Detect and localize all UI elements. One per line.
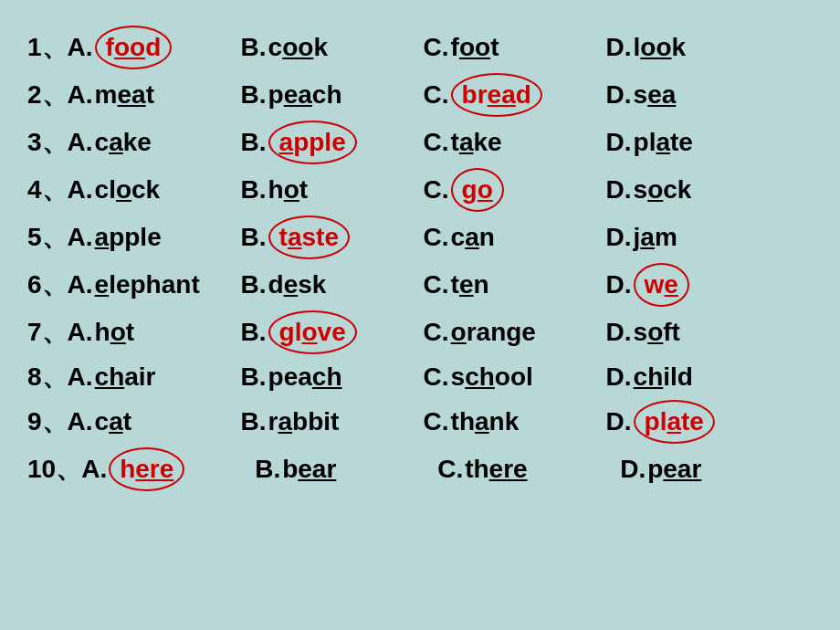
answer-option: D.plate (606, 400, 766, 444)
word: hot (95, 313, 135, 352)
word: cake (95, 123, 152, 162)
answer-option: A.chair (68, 358, 241, 396)
option-label: C. (424, 403, 449, 441)
row-number: 8、 (27, 358, 68, 396)
word: child (634, 358, 693, 396)
word: jam (634, 218, 677, 257)
word: meat (95, 76, 154, 114)
option-label: D. (606, 218, 632, 257)
answer-option: C.ten (424, 266, 606, 304)
question-row-2: 2、A.meatB.peachC.breadD.sea (27, 73, 813, 117)
answer-option: A.clock (68, 171, 241, 209)
word: thank (451, 403, 520, 441)
word: can (451, 218, 495, 257)
answer-option: C.bread (424, 73, 606, 117)
option-label: A. (81, 450, 107, 488)
word: orange (451, 313, 536, 352)
answer-option: D.soft (606, 313, 766, 352)
answer-option: B.glove (241, 310, 424, 354)
option-label: C. (437, 450, 463, 488)
option-label: A. (68, 403, 93, 441)
word: soft (634, 313, 680, 352)
answer-option: B.peach (241, 358, 424, 396)
answer-option: C.there (437, 450, 620, 488)
option-label: C. (424, 171, 449, 209)
option-label: A. (68, 266, 93, 304)
questions-container: 1、A.foodB.cookC.footD.look2、A.meatB.peac… (27, 26, 813, 491)
circled-word: bread (451, 73, 542, 117)
option-label: D. (620, 450, 646, 488)
circled-word: glove (268, 310, 357, 354)
option-label: A. (68, 313, 93, 352)
option-label: C. (424, 266, 449, 304)
row-number: 10、 (27, 450, 81, 488)
answer-option: B.peach (241, 76, 424, 114)
answer-option: C.orange (424, 313, 606, 352)
option-label: C. (424, 358, 449, 396)
answer-option: A.apple (68, 218, 241, 257)
word: plate (634, 123, 693, 162)
word: peach (268, 358, 342, 396)
option-label: B. (241, 266, 267, 304)
circled-word: food (95, 26, 173, 69)
question-row-3: 3、A.cakeB.appleC.takeD.plate (27, 121, 813, 164)
answer-option: D.sock (606, 171, 766, 209)
option-label: C. (424, 76, 449, 114)
word: sock (634, 171, 692, 209)
word: clock (95, 171, 161, 209)
option-label: A. (68, 358, 93, 396)
option-label: B. (241, 76, 267, 114)
word: foot (451, 28, 499, 67)
answer-option: B.rabbit (241, 403, 424, 441)
answer-option: A.elephant (68, 266, 241, 304)
answer-option: C.take (424, 123, 606, 162)
word: desk (268, 266, 327, 304)
answer-option: D.plate (606, 123, 766, 162)
word: bear (282, 450, 336, 488)
answer-option: A.here (81, 447, 255, 491)
answer-option: D.child (606, 358, 766, 396)
word: ten (451, 266, 489, 304)
word: sea (634, 76, 677, 114)
option-label: C. (424, 313, 449, 352)
answer-option: D.we (606, 263, 766, 307)
row-number: 2、 (27, 76, 68, 114)
answer-option: B.taste (241, 215, 424, 259)
answer-option: D.pear (620, 450, 780, 488)
question-row-9: 9、A.catB.rabbitC.thankD.plate (27, 400, 813, 444)
word: hot (268, 171, 309, 209)
word: cat (95, 403, 131, 441)
main-container: 1、A.foodB.cookC.footD.look2、A.meatB.peac… (0, 0, 840, 511)
option-label: B. (241, 403, 267, 441)
question-row-4: 4、A.clockB.hotC.goD.sock (27, 168, 813, 212)
answer-option: B.bear (255, 450, 437, 488)
option-label: B. (241, 313, 267, 352)
question-row-7: 7、A.hotB.gloveC.orangeD.soft (27, 310, 813, 354)
option-label: B. (241, 358, 267, 396)
option-label: C. (424, 123, 449, 162)
circled-word: here (109, 447, 184, 491)
row-number: 1、 (27, 28, 68, 67)
option-label: D. (606, 266, 632, 304)
row-number: 7、 (27, 313, 68, 352)
word: chair (95, 358, 156, 396)
option-label: B. (241, 123, 267, 162)
answer-option: B.apple (241, 121, 424, 164)
word: peach (268, 76, 342, 114)
answer-option: A.hot (68, 313, 241, 352)
circled-word: apple (268, 121, 357, 164)
option-label: D. (606, 28, 632, 67)
option-label: B. (241, 28, 267, 67)
row-number: 6、 (27, 266, 68, 304)
option-label: D. (606, 403, 632, 441)
answer-option: D.sea (606, 76, 766, 114)
answer-option: C.go (424, 168, 606, 212)
word: rabbit (268, 403, 340, 441)
circled-word: taste (268, 215, 350, 259)
answer-option: D.jam (606, 218, 766, 257)
word: cook (268, 28, 328, 67)
answer-option: A.meat (68, 76, 241, 114)
word: there (465, 450, 527, 488)
option-label: D. (606, 123, 632, 162)
option-label: D. (606, 358, 632, 396)
